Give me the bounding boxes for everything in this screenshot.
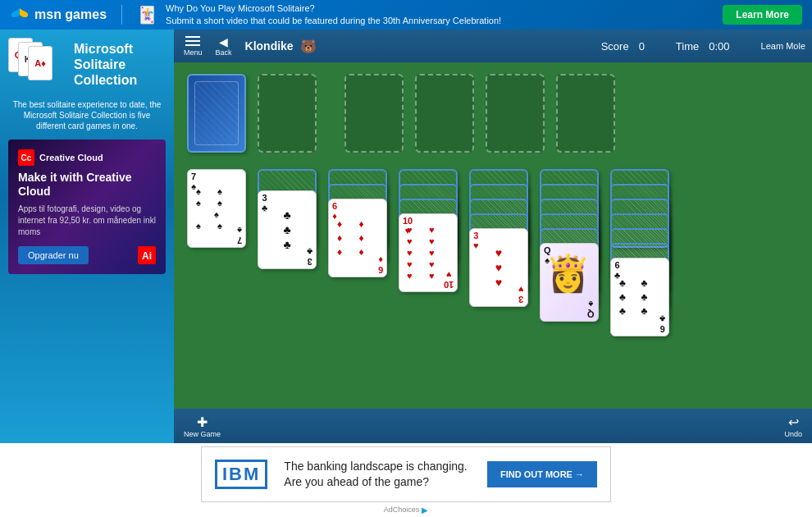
tableau-pile-7[interactable]: 6♣ ♣♣ ♣♣ ♣♣ 6♣ — [610, 169, 669, 366]
ad-choices: AdChoices ▶ — [384, 506, 429, 515]
adobe-logo: Cc — [18, 149, 34, 166]
tableau-pile-4[interactable]: 10♥ ♥♥ ♥♥ ♥♥ ♥♥ ♥♥ 10♥ — [399, 169, 458, 320]
bottom-toolbar: ✚ New Game ↩ Undo — [174, 409, 812, 443]
bottom-ad-section: IBM The banking landscape is changing. A… — [0, 443, 812, 517]
card-6-diamonds[interactable]: 6♦ ♦♦ ♦♦ ♦♦ 6♦ — [328, 199, 387, 277]
promo-line1: Why Do You Play Microsoft Solitaire? — [166, 2, 501, 15]
ad-choices-text: AdChoices — [384, 506, 420, 514]
game-cards-image: Q♠ K♥ A♦ — [8, 38, 66, 91]
card-queen-spades[interactable]: Q♠ 👸 Q♠ — [540, 243, 599, 322]
tableau-pile-3[interactable]: 6♦ ♦♦ ♦♦ ♦♦ 6♦ — [328, 169, 387, 300]
new-game-icon: ✚ — [197, 414, 208, 430]
back-arrow-icon: ◀ — [219, 35, 228, 48]
hamburger-line — [185, 40, 200, 42]
game-area: Menu ◀ Back Klondike 🐻 Score 0 Time 0:00… — [174, 30, 812, 443]
msn-logo[interactable]: msn games — [10, 5, 107, 25]
ad-body: Apps til fotografi, design, video og int… — [18, 204, 156, 238]
bear-icon: 🐻 — [300, 39, 317, 54]
ad-logo-row: Cc Creative Cloud — [18, 149, 156, 166]
main-layout: Q♠ K♥ A♦ MicrosoftSolitaireCollection Th… — [0, 30, 812, 443]
undo-label: Undo — [784, 430, 802, 438]
card-7-spades[interactable]: 7♠ ♠♠ ♠♠ ♠ ♠♠ 7♠ — [187, 169, 246, 248]
bottom-ad-text: The banking landscape is changing. Are y… — [284, 459, 471, 488]
undo-button[interactable]: ↩ Undo — [784, 414, 802, 438]
score-label: Score — [601, 40, 629, 53]
ad-choices-icon: ▶ — [422, 506, 428, 515]
cards-icon: 🃏 — [137, 5, 157, 25]
ad-cta-button[interactable]: Opgrader nu — [18, 246, 89, 264]
bottom-ad-main-text: The banking landscape is changing. Are y… — [284, 459, 471, 488]
tableau-pile-2[interactable]: 3♣ ♣ ♣ ♣ 3♣ — [258, 169, 317, 281]
tableau-pile-1[interactable]: 7♠ ♠♠ ♠♠ ♠ ♠♠ 7♠ — [187, 169, 246, 259]
card-3-clubs[interactable]: 3♣ ♣ ♣ ♣ 3♣ — [258, 190, 317, 269]
foundation-4[interactable] — [556, 74, 615, 153]
ad-headline: Make it with Creative Cloud — [18, 171, 156, 199]
menu-label: Menu — [184, 48, 203, 57]
card-10-hearts[interactable]: 10♥ ♥♥ ♥♥ ♥♥ ♥♥ ♥♥ 10♥ — [399, 213, 458, 292]
adobe-icon: Ai — [138, 246, 156, 264]
bottom-ad-container: IBM The banking landscape is changing. A… — [201, 446, 611, 502]
foundation-2[interactable] — [415, 74, 474, 153]
bottom-ad-line2: Are you ahead of the game? — [284, 475, 429, 488]
undo-icon: ↩ — [788, 414, 799, 430]
game-logo-area: Q♠ K♥ A♦ MicrosoftSolitaireCollection — [8, 38, 166, 91]
svg-text:Ai: Ai — [142, 250, 152, 262]
tableau-pile-6[interactable]: Q♠ 👸 Q♠ — [540, 169, 599, 351]
card-3-hearts[interactable]: 3♥ ♥ ♥ ♥ 3♥ — [469, 228, 528, 307]
new-game-label: New Game — [184, 430, 221, 438]
back-label: Back — [216, 48, 232, 57]
logo-card-a: A♦ — [28, 46, 52, 80]
back-button[interactable]: ◀ Back — [212, 32, 235, 60]
game-title: MicrosoftSolitaireCollection — [74, 41, 137, 89]
msn-logo-text: msn games — [34, 7, 107, 22]
bottom-ad-line1: The banking landscape is changing. — [284, 460, 467, 473]
banner-divider — [121, 5, 122, 25]
ad-cta-row: Opgrader nu Ai — [18, 246, 156, 264]
score-value: 0 — [639, 40, 645, 53]
tableau: 7♠ ♠♠ ♠♠ ♠ ♠♠ 7♠ 3♣ — [187, 169, 799, 366]
sidebar-ad: Cc Creative Cloud Make it with Creative … — [8, 140, 166, 274]
menu-button[interactable]: Menu — [180, 33, 206, 60]
tableau-pile-5[interactable]: 3♥ ♥ ♥ ♥ 3♥ — [469, 169, 528, 333]
promo-line2: Submit a short video that could be featu… — [166, 15, 501, 27]
card-6-clubs[interactable]: 6♣ ♣♣ ♣♣ ♣♣ 6♣ — [610, 258, 669, 336]
find-out-button[interactable]: FIND OUT MORE → — [487, 461, 597, 487]
game-toolbar: Menu ◀ Back Klondike 🐻 Score 0 Time 0:00… — [174, 30, 812, 62]
ad-brand: Creative Cloud — [39, 153, 103, 162]
ibm-logo: IBM — [215, 460, 267, 489]
banner-text: Why Do You Play Microsoft Solitaire? Sub… — [166, 2, 501, 28]
time-label: Time — [676, 40, 699, 53]
foundation-3[interactable] — [486, 74, 545, 153]
top-banner: msn games 🃏 Why Do You Play Microsoft So… — [0, 0, 812, 30]
new-game-button[interactable]: ✚ New Game — [184, 414, 221, 438]
stock-pile[interactable] — [187, 74, 246, 153]
user-name: Leam Mole — [761, 41, 805, 51]
left-sidebar: Q♠ K♥ A♦ MicrosoftSolitaireCollection Th… — [0, 30, 174, 443]
game-description: The best solitaire experience to date, t… — [8, 99, 166, 131]
foundation-1[interactable] — [344, 74, 404, 153]
learn-more-button[interactable]: Learn More — [723, 5, 802, 25]
time-value: 0:00 — [709, 40, 729, 53]
waste-pile[interactable] — [258, 74, 317, 153]
hamburger-line — [185, 36, 200, 38]
top-row — [187, 74, 799, 153]
playing-field[interactable]: 7♠ ♠♠ ♠♠ ♠ ♠♠ 7♠ 3♣ — [174, 62, 812, 409]
game-name: Klondike — [245, 39, 294, 53]
hamburger-line — [185, 44, 200, 46]
